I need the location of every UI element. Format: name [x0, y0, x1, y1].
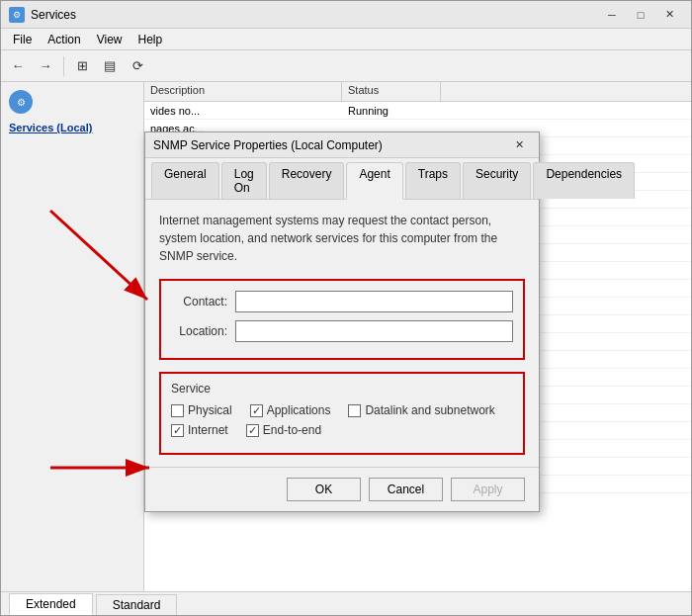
tabs-bar: General Log On Recovery Agent Traps Secu… — [145, 158, 539, 200]
modal-title-bar: SNMP Service Properties (Local Computer)… — [145, 132, 539, 158]
tab-traps[interactable]: Traps — [405, 162, 461, 199]
main-window: ⚙ Services ─ □ ✕ File Action View Help ←… — [0, 0, 692, 616]
menu-file[interactable]: File — [5, 31, 40, 48]
checkbox-row-1: Physical Applications Datalink and subne… — [171, 403, 513, 417]
forward-button[interactable]: → — [33, 54, 58, 78]
window-title: Services — [31, 8, 598, 22]
modal-content: Internet management systems may request … — [145, 200, 539, 467]
checkbox-applications[interactable]: Applications — [250, 403, 331, 417]
content-area: ⚙ Services (Local) Description Status vi… — [1, 82, 691, 591]
title-bar-controls: ─ □ ✕ — [598, 5, 683, 25]
bottom-tab-extended[interactable]: Extended — [9, 593, 93, 615]
checkbox-row-2: Internet End-to-end — [171, 423, 513, 437]
location-input[interactable] — [235, 320, 513, 342]
ok-button[interactable]: OK — [287, 478, 361, 501]
modal-dialog: SNMP Service Properties (Local Computer)… — [144, 132, 540, 512]
fields-container: Contact: Location: — [159, 279, 525, 360]
checkbox-internet-label: Internet — [188, 423, 228, 437]
checkbox-physical[interactable]: Physical — [171, 403, 232, 417]
checkbox-datalink[interactable]: Datalink and subnetwork — [348, 403, 494, 417]
bottom-tabs: Extended Standard — [1, 591, 691, 615]
checkbox-physical-label: Physical — [188, 403, 232, 417]
close-button[interactable]: ✕ — [655, 5, 683, 25]
app-icon: ⚙ — [9, 7, 25, 23]
show-hide-button[interactable]: ⊞ — [69, 54, 95, 78]
menu-bar: File Action View Help — [1, 29, 691, 50]
checkbox-datalink-box[interactable] — [348, 404, 361, 417]
checkbox-applications-label: Applications — [267, 403, 331, 417]
checkbox-endtoend[interactable]: End-to-end — [246, 423, 321, 437]
tab-security[interactable]: Security — [463, 162, 531, 199]
bottom-tab-standard[interactable]: Standard — [96, 594, 178, 615]
menu-view[interactable]: View — [89, 31, 130, 48]
tab-agent[interactable]: Agent — [346, 162, 402, 200]
toolbar: ← → ⊞ ▤ ⟳ — [1, 50, 691, 82]
back-button[interactable]: ← — [5, 54, 31, 78]
checkbox-internet[interactable]: Internet — [171, 423, 228, 437]
title-bar: ⚙ Services ─ □ ✕ — [1, 1, 691, 29]
minimize-button[interactable]: ─ — [598, 5, 626, 25]
tab-dependencies[interactable]: Dependencies — [533, 162, 635, 199]
menu-help[interactable]: Help — [130, 31, 171, 48]
modal-title: SNMP Service Properties (Local Computer) — [153, 138, 507, 152]
toolbar-separator-1 — [63, 56, 64, 76]
cancel-button[interactable]: Cancel — [369, 478, 443, 501]
checkbox-physical-box[interactable] — [171, 404, 184, 417]
service-group: Service Physical Applications — [159, 372, 525, 455]
location-label: Location: — [171, 324, 235, 338]
apply-button[interactable]: Apply — [451, 478, 525, 501]
checkbox-endtoend-box[interactable] — [246, 424, 259, 437]
tab-general[interactable]: General — [151, 162, 219, 199]
service-group-title: Service — [171, 382, 513, 396]
checkbox-datalink-label: Datalink and subnetwork — [365, 403, 494, 417]
contact-group: Contact: — [171, 291, 513, 312]
tab-recovery[interactable]: Recovery — [269, 162, 345, 199]
menu-action[interactable]: Action — [40, 31, 88, 48]
maximize-button[interactable]: □ — [627, 5, 654, 25]
modal-description: Internet management systems may request … — [159, 212, 525, 265]
list-view-button[interactable]: ▤ — [97, 54, 123, 78]
refresh-button[interactable]: ⟳ — [125, 54, 150, 78]
checkbox-applications-box[interactable] — [250, 404, 263, 417]
contact-label: Contact: — [171, 295, 235, 308]
tab-logon[interactable]: Log On — [221, 162, 267, 199]
checkbox-endtoend-label: End-to-end — [263, 423, 321, 437]
location-group: Location: — [171, 320, 513, 342]
checkbox-internet-box[interactable] — [171, 424, 184, 437]
modal-close-button[interactable]: ✕ — [507, 136, 531, 154]
modal-overlay: SNMP Service Properties (Local Computer)… — [1, 82, 691, 591]
modal-footer: OK Cancel Apply — [145, 467, 539, 511]
contact-input[interactable] — [235, 291, 513, 312]
